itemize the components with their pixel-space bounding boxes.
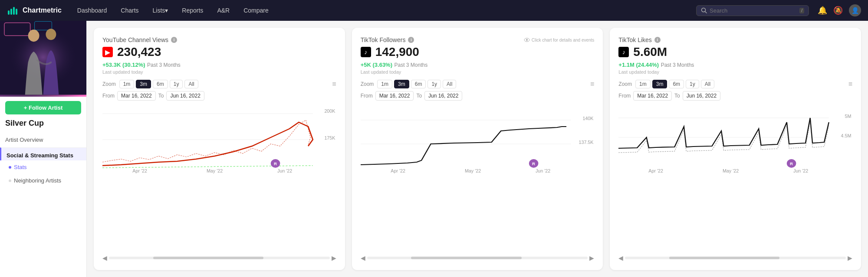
zoom-btn-all[interactable]: All — [701, 80, 714, 88]
artist-silhouettes — [0, 21, 86, 95]
search-shortcut: / — [799, 8, 804, 13]
notification-bell-icon[interactable]: 🔔 — [818, 6, 827, 15]
info-icon[interactable]: i — [654, 37, 661, 43]
info-icon[interactable]: i — [408, 37, 414, 43]
scroll-right-arrow[interactable]: ▶ — [589, 254, 594, 261]
card-change: +53.3K (30.12%) — [102, 62, 145, 68]
scroll-track[interactable] — [109, 257, 330, 259]
notification-alt-icon[interactable]: 🔕 — [833, 6, 843, 15]
chart-svg: 200K 175K R Apr '22 May '22 Jun '22 — [102, 105, 336, 174]
main-layout: + Follow Artist Silver Cup Artist Overvi… — [0, 21, 868, 277]
chart-area[interactable]: 200K 175K R Apr '22 May '22 Jun '22 — [102, 105, 336, 253]
click-hint-text: Click chart for details and events — [532, 38, 595, 42]
svg-line-16 — [102, 166, 313, 168]
sidebar-sub-stats[interactable]: Stats — [0, 160, 86, 174]
scroll-right-arrow[interactable]: ▶ — [848, 254, 852, 261]
zoom-btn-all[interactable]: All — [184, 80, 198, 88]
zoom-btn-3m[interactable]: 3m — [652, 80, 667, 88]
svg-text:5M: 5M — [845, 114, 852, 119]
svg-text:Apr '22: Apr '22 — [132, 169, 147, 173]
nav-compare[interactable]: Compare — [238, 0, 274, 21]
chart-menu-icon[interactable]: ≡ — [590, 80, 594, 88]
logo[interactable]: Chartmetric — [7, 4, 62, 16]
nav-icons: 🔔 🔕 👤 — [818, 4, 861, 16]
date-range: From Mar 16, 2022 To Jun 16, 2022 — [618, 91, 852, 101]
navbar: Chartmetric Dashboard Charts Lists ▾ Rep… — [0, 0, 868, 21]
zoom-btn-1y[interactable]: 1y — [170, 80, 183, 88]
zoom-btn-all[interactable]: All — [443, 80, 456, 88]
svg-rect-0 — [8, 10, 10, 15]
content-area: YouTube Channel Views i ▶ 230,423 +53.3K… — [87, 21, 868, 277]
svg-point-23 — [526, 39, 528, 41]
date-range: From Mar 16, 2022 To Jun 16, 2022 — [361, 91, 595, 101]
card-change-row: +53.3K (30.12%) Past 3 Months — [102, 61, 336, 68]
nav-charts[interactable]: Charts — [115, 0, 144, 21]
svg-line-5 — [705, 12, 707, 13]
to-date-input[interactable]: Jun 16, 2022 — [683, 91, 720, 101]
follow-artist-button[interactable]: + Follow Artist — [5, 101, 81, 114]
info-icon[interactable]: i — [171, 37, 177, 43]
to-date-input[interactable]: Jun 16, 2022 — [166, 91, 204, 101]
sidebar-section-social-streaming[interactable]: Social & Streaming Stats — [0, 147, 86, 160]
search-input[interactable] — [710, 7, 797, 14]
scroll-handle[interactable] — [411, 257, 521, 259]
card-title: YouTube Channel Views — [102, 36, 168, 43]
nav-dashboard[interactable]: Dashboard — [72, 0, 112, 21]
artist-figures-container — [0, 21, 86, 97]
from-date-input[interactable]: Mar 16, 2022 — [375, 91, 414, 101]
scroll-handle[interactable] — [669, 257, 779, 259]
svg-text:May '22: May '22 — [723, 169, 739, 173]
from-date-input[interactable]: Mar 16, 2022 — [633, 91, 672, 101]
chart-area[interactable]: 5M 4.5M R Apr '22 May '22 Jun '22 — [618, 105, 852, 253]
zoom-btn-1y[interactable]: 1y — [686, 80, 699, 88]
zoom-label: Zoom — [102, 81, 116, 87]
from-date-input[interactable]: Mar 16, 2022 — [117, 91, 156, 101]
scroll-left-arrow[interactable]: ◀ — [618, 254, 623, 261]
card-value-row: ♪ 142,900 — [361, 45, 595, 59]
scroll-handle[interactable] — [153, 257, 263, 259]
scroll-left-arrow[interactable]: ◀ — [102, 254, 107, 261]
nav-reports[interactable]: Reports — [177, 0, 208, 21]
zoom-controls: Zoom 1m3m6m1yAll ≡ — [361, 80, 595, 88]
artist-name: Silver Cup — [0, 119, 86, 132]
chart-area[interactable]: 140K 137.5K R Apr '22 May '22 Jun '22 — [361, 105, 595, 253]
svg-text:May '22: May '22 — [465, 169, 481, 173]
card-number: 5.60M — [633, 45, 667, 59]
zoom-btn-3m[interactable]: 3m — [136, 80, 151, 88]
tiktok-icon: ♪ — [361, 47, 371, 57]
from-label: From — [361, 93, 373, 99]
scroll-left-arrow[interactable]: ◀ — [361, 254, 365, 261]
zoom-btn-1m[interactable]: 1m — [377, 80, 392, 88]
zoom-btn-3m[interactable]: 3m — [394, 80, 409, 88]
svg-text:137.5K: 137.5K — [579, 140, 593, 145]
svg-text:175K: 175K — [324, 136, 335, 140]
card-change-row: +1.1M (24.44%) Past 3 Months — [618, 61, 852, 68]
zoom-btn-1m[interactable]: 1m — [635, 80, 651, 88]
card-number: 142,900 — [375, 45, 419, 59]
chart-menu-icon[interactable]: ≡ — [848, 80, 852, 88]
logo-text: Chartmetric — [23, 7, 62, 14]
zoom-label: Zoom — [361, 81, 374, 87]
nav-anr[interactable]: A&R — [212, 0, 235, 21]
sidebar-item-artist-overview[interactable]: Artist Overview — [0, 132, 86, 147]
card-title: TikTok Likes — [618, 36, 652, 43]
scroll-track[interactable] — [367, 257, 588, 259]
search-box[interactable]: / — [696, 5, 809, 16]
svg-point-7 — [9, 27, 78, 87]
zoom-btn-6m[interactable]: 6m — [669, 80, 684, 88]
user-avatar[interactable]: 👤 — [849, 4, 861, 16]
last-updated: Last updated today — [102, 69, 336, 75]
scroll-track[interactable] — [625, 257, 846, 259]
sidebar-sub-neighboring-artists[interactable]: Neighboring Artists — [0, 174, 86, 187]
nav-lists[interactable]: Lists ▾ — [148, 0, 174, 21]
card-header: TikTok Followers i Click chart for detai… — [361, 36, 595, 43]
chart-menu-icon[interactable]: ≡ — [332, 80, 336, 88]
zoom-btn-6m[interactable]: 6m — [411, 80, 426, 88]
svg-text:200K: 200K — [324, 109, 335, 114]
zoom-btn-6m[interactable]: 6m — [153, 80, 168, 88]
scroll-right-arrow[interactable]: ▶ — [332, 254, 336, 261]
to-date-input[interactable]: Jun 16, 2022 — [424, 91, 462, 101]
stat-card-youtube-views: YouTube Channel Views i ▶ 230,423 +53.3K… — [94, 28, 345, 270]
zoom-btn-1m[interactable]: 1m — [119, 80, 135, 88]
zoom-btn-1y[interactable]: 1y — [427, 80, 441, 88]
